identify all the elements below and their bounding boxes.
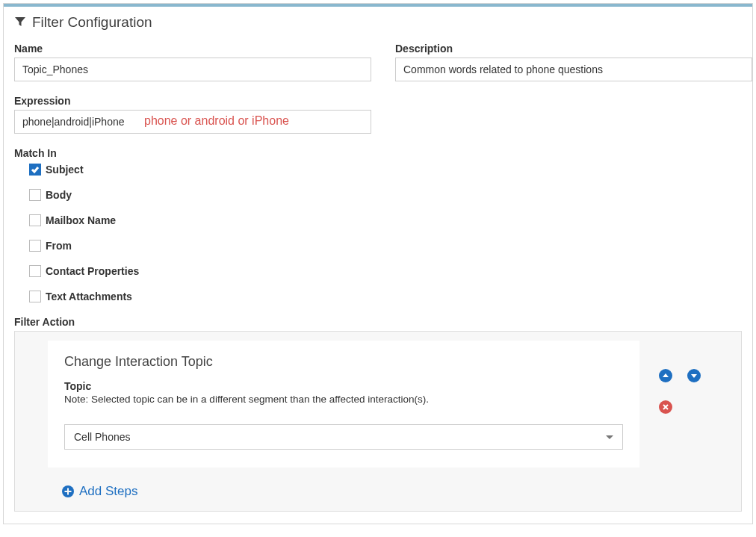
field-expression: Expression phone or android or iPhone (14, 95, 742, 134)
checkbox-label: From (46, 240, 72, 252)
match-in-item: Contact Properties (29, 265, 742, 277)
match-in-item: Mailbox Name (29, 214, 742, 226)
match-in-group: Match In SubjectBodyMailbox NameFromCont… (14, 147, 742, 302)
add-steps-label: Add Steps (79, 484, 137, 499)
checkbox-subject[interactable] (29, 164, 41, 176)
filter-config-panel: Filter Configuration Name Description Ex… (3, 3, 753, 524)
match-in-item: Text Attachments (29, 291, 742, 302)
description-input[interactable] (395, 58, 752, 81)
plus-circle-icon (61, 485, 75, 498)
filter-action-label: Filter Action (14, 316, 742, 328)
field-description: Description (395, 43, 752, 81)
checkbox-label: Subject (46, 164, 84, 176)
filter-action-box: Change Interaction Topic Topic Note: Sel… (14, 331, 742, 512)
expression-input[interactable] (14, 110, 371, 134)
filter-action-group: Filter Action Change Interaction Topic T… (14, 316, 742, 512)
checkbox-text-attachments[interactable] (29, 291, 41, 302)
checkbox-mailbox-name[interactable] (29, 214, 41, 226)
expression-wrap: phone or android or iPhone (14, 110, 371, 134)
checkbox-from[interactable] (29, 240, 41, 252)
action-controls (659, 369, 701, 414)
field-name: Name (14, 43, 371, 81)
action-step-title: Change Interaction Topic (64, 354, 623, 370)
checkbox-label: Mailbox Name (46, 214, 116, 226)
add-steps-button[interactable]: Add Steps (61, 484, 137, 499)
svg-rect-2 (65, 491, 72, 492)
panel-header: Filter Configuration (4, 7, 752, 40)
name-label: Name (14, 43, 371, 55)
checkbox-label: Body (46, 189, 72, 201)
match-in-item: Body (29, 189, 742, 201)
match-in-item: Subject (29, 164, 742, 176)
reorder-controls (659, 369, 701, 382)
move-down-button[interactable] (687, 369, 701, 382)
expression-label: Expression (14, 95, 742, 107)
accent-bar (4, 4, 752, 7)
chevron-down-icon (606, 435, 613, 439)
topic-select[interactable]: Cell Phones (64, 424, 623, 450)
filter-icon (14, 16, 26, 30)
panel-title: Filter Configuration (32, 14, 152, 31)
action-step-card: Change Interaction Topic Topic Note: Sel… (48, 341, 639, 468)
checkbox-label: Contact Properties (46, 265, 139, 277)
panel-body: Name Description Expression phone or and… (4, 40, 752, 524)
topic-label: Topic (64, 380, 623, 392)
name-input[interactable] (14, 58, 371, 81)
description-label: Description (395, 43, 752, 55)
checkbox-label: Text Attachments (46, 291, 132, 302)
topic-select-value: Cell Phones (74, 431, 131, 443)
match-in-label: Match In (14, 147, 742, 159)
topic-note: Note: Selected topic can be in a differe… (64, 394, 623, 405)
match-in-list: SubjectBodyMailbox NameFromContact Prope… (14, 164, 742, 302)
row-name-desc: Name Description (14, 43, 742, 95)
checkbox-body[interactable] (29, 189, 41, 201)
delete-step-button[interactable] (659, 400, 672, 414)
checkbox-contact-properties[interactable] (29, 265, 41, 277)
move-up-button[interactable] (659, 369, 672, 382)
match-in-item: From (29, 240, 742, 252)
